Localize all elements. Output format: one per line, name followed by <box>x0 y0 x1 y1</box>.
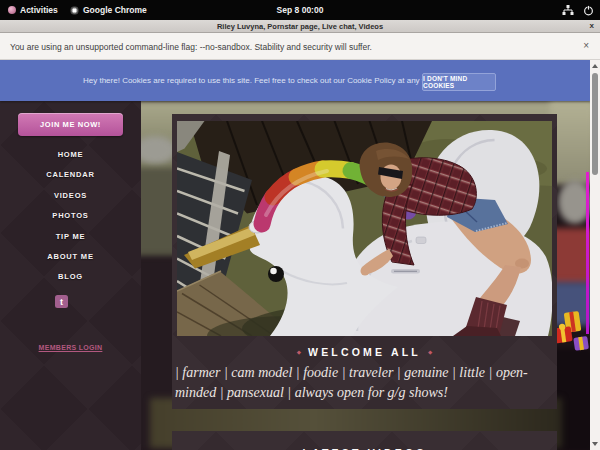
network-icon[interactable] <box>562 4 574 16</box>
screen: Activities Google Chrome Sep 8 00:00 Ril… <box>0 0 600 450</box>
latest-videos-heading-row: ◆LATEST VIDEOS◆ <box>172 431 557 450</box>
about-description-line2: minded | pansexual | always open for g/g… <box>175 383 555 403</box>
sidebar-item-about-me[interactable]: ABOUT ME <box>0 247 141 267</box>
power-icon[interactable] <box>583 5 594 16</box>
sidebar-item-calendar[interactable]: CALENDAR <box>0 165 141 185</box>
cookie-consent-bar: Hey there! Cookies are required to use t… <box>0 60 590 101</box>
hero-photo-unicorn-float <box>177 121 552 336</box>
sidebar-item-blog[interactable]: BLOG <box>0 267 141 287</box>
clock[interactable]: Sep 8 00:00 <box>277 0 324 20</box>
activities-button[interactable]: Activities <box>8 0 58 20</box>
scrollbar-thumb[interactable] <box>592 73 598 175</box>
infobar-close-icon[interactable]: × <box>583 40 589 51</box>
scrollbar-down-arrow-icon[interactable] <box>592 442 598 446</box>
sidebar-item-photos[interactable]: PHOTOS <box>0 206 141 226</box>
distro-icon <box>8 6 16 14</box>
app-menu-google-chrome[interactable]: Google Chrome <box>70 0 147 20</box>
welcome-heading-row: ◆WELCOME ALL◆ <box>172 342 557 360</box>
tumblr-icon[interactable]: t <box>55 295 68 308</box>
about-description-line1: | farmer | cam model | foodie | traveler… <box>175 363 555 383</box>
about-description: | farmer | cam model | foodie | traveler… <box>175 363 555 403</box>
join-me-now-button[interactable]: JOIN ME NOW! <box>18 113 123 136</box>
window-close-button[interactable]: x <box>590 21 594 30</box>
cookie-message: Hey there! Cookies are required to use t… <box>83 76 439 85</box>
latest-videos-section: ◆LATEST VIDEOS◆ <box>172 431 557 450</box>
main-content: ◆WELCOME ALL◆ | farmer | cam model | foo… <box>172 114 557 450</box>
sidebar-item-videos[interactable]: VIDEOS <box>0 186 141 206</box>
section-gap <box>172 409 557 431</box>
members-login-link[interactable]: MEMBERS LOGIN <box>0 344 141 351</box>
app-menu-label: Google Chrome <box>83 5 147 15</box>
window-title-bar: Riley Luvyna, Pornstar page, Live chat, … <box>0 20 600 33</box>
sandbox-warning-infobar: You are using an unsupported command-lin… <box>0 33 600 60</box>
welcome-heading: WELCOME ALL <box>308 346 421 358</box>
gift-boxes-graphic <box>553 310 590 362</box>
cookie-accept-button[interactable]: I DON'T MIND COOKIES <box>422 73 496 91</box>
sidebar-item-home[interactable]: HOME <box>0 145 141 165</box>
scrollbar-up-arrow-icon[interactable] <box>592 64 598 68</box>
sidebar-item-tip-me[interactable]: TIP ME <box>0 227 141 247</box>
activities-label: Activities <box>20 5 58 15</box>
window-title: Riley Luvyna, Pornstar page, Live chat, … <box>217 22 383 31</box>
chrome-icon <box>70 6 79 15</box>
page-viewport: Hey there! Cookies are required to use t… <box>0 60 590 450</box>
infobar-message: You are using an unsupported command-lin… <box>10 42 372 52</box>
desktop-top-bar: Activities Google Chrome Sep 8 00:00 <box>0 0 600 20</box>
welcome-section: ◆WELCOME ALL◆ | farmer | cam model | foo… <box>172 114 557 409</box>
sidebar-menu: HOME CALENDAR VIDEOS PHOTOS TIP ME ABOUT… <box>0 145 141 288</box>
heading-ornament-icon: ◆ <box>297 349 301 355</box>
scrollbar[interactable] <box>590 60 600 450</box>
chat-widget-edge <box>586 172 589 334</box>
heading-ornament-icon: ◆ <box>428 349 432 355</box>
sidebar: JOIN ME NOW! HOME CALENDAR VIDEOS PHOTOS… <box>0 101 141 450</box>
